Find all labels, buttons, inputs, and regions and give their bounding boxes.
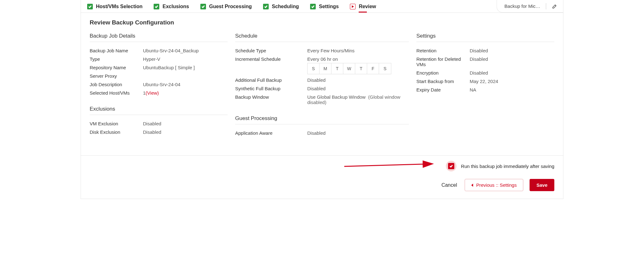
value	[143, 73, 228, 79]
check-icon	[154, 4, 159, 9]
label: Retention for Deleted VMs	[416, 56, 470, 67]
label: Additional Full Backup	[235, 77, 307, 83]
value: May 22, 2024	[470, 79, 554, 84]
page-title: Review Backup Configuration	[90, 19, 554, 26]
step-label: Host/VMs Selection	[96, 4, 142, 9]
check-icon	[310, 4, 316, 9]
day-f: F	[367, 63, 379, 74]
wizard-step-bar: Host/VMs Selection Exclusions Guest Proc…	[81, 0, 563, 13]
step-review[interactable]: Review	[350, 4, 376, 9]
day-t: T	[331, 63, 343, 74]
save-button[interactable]: Save	[530, 179, 554, 191]
edit-icon[interactable]	[552, 3, 557, 9]
label: Start Backup from	[416, 79, 470, 84]
section-heading: Settings	[416, 33, 554, 42]
step-guest-processing[interactable]: Guest Processing	[200, 4, 252, 9]
checkbox-halo	[446, 161, 457, 171]
day-t2: T	[355, 63, 367, 74]
label: Job Description	[90, 82, 143, 87]
step-label: Scheduling	[272, 4, 299, 9]
label: Selected Host/VMs	[90, 90, 143, 96]
label: Backup Window	[235, 94, 307, 105]
label: Expiry Date	[416, 87, 470, 92]
step-label: Review	[359, 4, 376, 9]
label: Incremental Schedule	[235, 56, 307, 74]
day-w: W	[343, 63, 355, 74]
check-icon	[263, 4, 269, 9]
run-immediately-checkbox[interactable]	[448, 163, 454, 169]
schedule-section: Schedule Schedule TypeEvery Few Hours/Mi…	[235, 33, 409, 107]
label: Synthetic Full Backup	[235, 86, 307, 91]
caret-left-icon	[471, 184, 473, 187]
day-s2: S	[379, 63, 391, 74]
previous-label: Previous :: Settings	[476, 182, 517, 188]
label: Disk Exclusion	[90, 129, 143, 135]
check-icon	[87, 4, 93, 9]
footer: Run this backup job immediately after sa…	[81, 155, 563, 199]
settings-section: Settings RetentionDisabled Retention for…	[416, 33, 554, 94]
value: Disabled	[307, 77, 409, 83]
context-title: Backup for Mic…	[504, 3, 540, 9]
previous-button[interactable]: Previous :: Settings	[465, 179, 523, 191]
label: Server Proxy	[90, 73, 143, 79]
step-label: Settings	[319, 4, 339, 9]
label: Encryption	[416, 70, 470, 76]
label: Repository Name	[90, 65, 143, 70]
incremental-text: Every 06 hr on	[307, 56, 409, 62]
day-s: S	[308, 63, 319, 74]
value: NA	[470, 87, 554, 92]
step-scheduling[interactable]: Scheduling	[263, 4, 299, 9]
value: Disabled	[470, 48, 554, 53]
svg-marker-0	[352, 5, 354, 8]
exclusions-section: Exclusions VM ExclusionDisabled Disk Exc…	[90, 106, 228, 136]
play-icon	[350, 4, 356, 9]
step-settings[interactable]: Settings	[310, 4, 339, 9]
value: Ubuntu-Srv-24-04	[143, 82, 228, 87]
step-label: Guest Processing	[209, 4, 252, 9]
check-icon	[200, 4, 206, 9]
button-row: Cancel Previous :: Settings Save	[90, 179, 554, 191]
step-exclusions[interactable]: Exclusions	[154, 4, 189, 9]
label: Type	[90, 56, 143, 62]
value: Disabled	[470, 56, 554, 67]
day-selector: S M T W T F S	[307, 63, 391, 74]
value: Ubuntu-Srv-24-04_Backup	[143, 48, 228, 53]
divider	[546, 3, 546, 9]
label: Retention	[416, 48, 470, 53]
run-immediately-row: Run this backup job immediately after sa…	[90, 161, 554, 171]
value: Disabled	[307, 86, 409, 91]
value: UbuntuBackup [ Simple ]	[143, 65, 228, 70]
label: Schedule Type	[235, 48, 307, 53]
review-content: Review Backup Configuration Backup Job D…	[81, 13, 563, 155]
value: Disabled	[143, 121, 228, 126]
view-link[interactable]: (View)	[145, 90, 159, 96]
value: Every Few Hours/Mins	[307, 48, 409, 53]
run-immediately-label: Run this backup job immediately after sa…	[461, 164, 554, 169]
backup-job-details-section: Backup Job Details Backup Job NameUbuntu…	[90, 33, 228, 97]
label: VM Exclusion	[90, 121, 143, 126]
day-m: M	[319, 63, 331, 74]
value: Disabled	[470, 70, 554, 76]
window-value: Use Global Backup Window	[307, 94, 366, 100]
section-heading: Guest Processing	[235, 115, 409, 124]
section-heading: Schedule	[235, 33, 409, 42]
section-heading: Backup Job Details	[90, 33, 228, 42]
label: Application Aware	[235, 130, 307, 136]
value: Disabled	[307, 130, 409, 136]
step-label: Exclusions	[162, 4, 189, 9]
value: Disabled	[143, 129, 228, 135]
step-host-vms[interactable]: Host/VMs Selection	[87, 4, 142, 9]
cancel-button[interactable]: Cancel	[440, 180, 458, 191]
value: Hyper-V	[143, 56, 228, 62]
label: Backup Job Name	[90, 48, 143, 53]
context-tab: Backup for Mic…	[497, 0, 563, 13]
guest-processing-section: Guest Processing Application Aware Disab…	[235, 115, 409, 137]
section-heading: Exclusions	[90, 106, 228, 115]
